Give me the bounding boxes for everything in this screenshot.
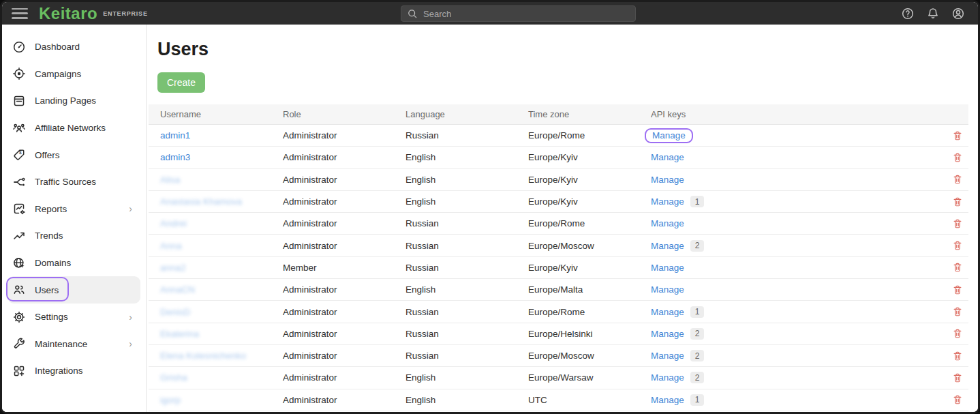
language-cell: Russian	[405, 263, 528, 273]
sidebar-menu: Dashboard › Campaigns › Landing Pages › …	[2, 25, 147, 412]
sidebar-item-affiliate-networks[interactable]: Affiliate Networks ›	[7, 115, 140, 142]
column-header-username: Username	[160, 109, 283, 119]
language-cell: Russian	[405, 329, 528, 339]
role-cell: Administrator	[283, 284, 405, 295]
manage-link[interactable]: Manage	[651, 351, 684, 361]
api-keys-count-badge: 2	[690, 372, 705, 383]
delete-user-button[interactable]	[949, 216, 966, 232]
timezone-cell: Europe/Warsaw	[528, 372, 651, 383]
table-row: igorp Administrator English UTC Manage 1	[149, 389, 968, 411]
trash-icon	[952, 240, 963, 251]
sidebar-item-label: Users	[35, 285, 59, 295]
account-icon[interactable]	[951, 6, 966, 21]
timezone-cell: Europe/Kyiv	[528, 196, 651, 207]
delete-user-button[interactable]	[949, 304, 966, 320]
sidebar-item-label: Maintenance	[35, 339, 87, 349]
table-row: Andrei Administrator Russian Europe/Rome…	[149, 213, 968, 235]
delete-user-button[interactable]	[949, 237, 966, 254]
table-row: Grisha Administrator English Europe/Wars…	[149, 367, 968, 389]
table-body: admin1 Administrator Russian Europe/Rome…	[149, 125, 968, 411]
dashboard-icon	[12, 40, 26, 54]
sidebar-item-reports[interactable]: Reports ›	[7, 196, 140, 223]
manage-link[interactable]: Manage	[651, 175, 684, 185]
sidebar-item-campaigns[interactable]: Campaigns ›	[7, 61, 140, 88]
role-cell: Administrator	[283, 196, 405, 207]
table-row: Elena Kolesnichenko Administrator Russia…	[149, 345, 968, 367]
chevron-right-icon: ›	[129, 312, 132, 322]
manage-link[interactable]: Manage	[651, 196, 684, 207]
manage-link[interactable]: Manage	[651, 372, 684, 383]
delete-user-button[interactable]	[949, 325, 966, 342]
manage-link[interactable]: Manage	[651, 284, 684, 295]
sidebar-item-users[interactable]: Users ›	[7, 276, 140, 304]
timezone-cell: Europe/Moscow	[528, 241, 651, 251]
timezone-cell: Europe/Moscow	[528, 351, 651, 361]
trash-icon	[952, 218, 963, 229]
language-cell: English	[405, 196, 528, 207]
sidebar-item-landing-pages[interactable]: Landing Pages ›	[7, 87, 140, 115]
table-row: admin1 Administrator Russian Europe/Rome…	[149, 125, 968, 147]
manage-link[interactable]: Manage	[651, 329, 684, 339]
delete-user-button[interactable]	[949, 194, 966, 210]
delete-user-button[interactable]	[949, 149, 966, 166]
trash-icon	[952, 196, 963, 207]
table-row: anna2 Member Russian Europe/Kyiv Manage	[149, 257, 968, 279]
sidebar-item-settings[interactable]: Settings ›	[7, 304, 140, 331]
api-keys-count-badge: 2	[690, 240, 705, 252]
brand-logo: Keitaro	[39, 5, 97, 22]
timezone-cell: Europe/Rome	[528, 130, 651, 141]
create-button[interactable]: Create	[157, 72, 205, 93]
sidebar-item-label: Dashboard	[35, 42, 80, 52]
table-row: DenisD Administrator Russian Europe/Rome…	[149, 301, 968, 323]
search-bar[interactable]	[401, 5, 636, 22]
manage-link[interactable]: Manage	[651, 263, 684, 273]
role-cell: Administrator	[283, 175, 405, 185]
settings-icon	[12, 310, 26, 324]
trash-icon	[952, 328, 963, 339]
sidebar-item-dashboard[interactable]: Dashboard ›	[7, 33, 140, 61]
traffic-sources-icon	[12, 175, 26, 189]
delete-user-button[interactable]	[949, 348, 966, 364]
username-link: Elena Kolesnichenko	[160, 351, 246, 361]
delete-user-button[interactable]	[949, 282, 966, 298]
hamburger-menu-icon[interactable]	[12, 8, 28, 19]
timezone-cell: UTC	[528, 395, 651, 405]
sidebar-item-offers[interactable]: $ Offers ›	[7, 141, 140, 168]
manage-link[interactable]: Manage	[652, 130, 686, 141]
manage-link[interactable]: Manage	[651, 218, 684, 228]
sidebar-item-maintenance[interactable]: Maintenance ›	[7, 331, 140, 358]
offers-icon: $	[12, 148, 26, 162]
role-cell: Administrator	[283, 395, 405, 405]
delete-user-button[interactable]	[949, 171, 966, 188]
language-cell: Russian	[405, 307, 528, 317]
manage-link[interactable]: Manage	[651, 395, 684, 405]
role-cell: Administrator	[283, 130, 405, 141]
notifications-icon[interactable]	[925, 6, 940, 21]
search-input[interactable]	[423, 9, 630, 19]
delete-user-button[interactable]	[949, 391, 966, 408]
username-link[interactable]: admin1	[160, 130, 190, 141]
language-cell: Russian	[405, 218, 528, 228]
delete-user-button[interactable]	[949, 128, 966, 144]
reports-icon	[12, 202, 26, 216]
language-cell: English	[405, 284, 528, 295]
main-content: Users Create Username Role Language Time…	[147, 25, 978, 412]
manage-link[interactable]: Manage	[651, 152, 684, 162]
topbar-icons	[900, 2, 966, 25]
language-cell: English	[405, 175, 528, 185]
manage-link[interactable]: Manage	[651, 241, 684, 251]
table-row: Ekaterina Administrator Russian Europe/H…	[149, 323, 968, 345]
help-icon[interactable]	[900, 6, 915, 21]
sidebar-item-label: Offers	[35, 150, 60, 160]
sidebar-item-trends[interactable]: Trends ›	[7, 222, 140, 250]
username-link: igorp	[160, 395, 181, 405]
username-link[interactable]: admin3	[160, 152, 190, 162]
trash-icon	[952, 262, 963, 273]
manage-link[interactable]: Manage	[651, 307, 684, 317]
sidebar-item-integrations[interactable]: Integrations ›	[7, 357, 140, 385]
sidebar-item-traffic-sources[interactable]: Traffic Sources ›	[7, 168, 140, 196]
delete-user-button[interactable]	[949, 259, 966, 276]
sidebar-item-domains[interactable]: Domains ›	[7, 250, 140, 277]
delete-user-button[interactable]	[949, 370, 966, 386]
language-cell: English	[405, 152, 528, 162]
